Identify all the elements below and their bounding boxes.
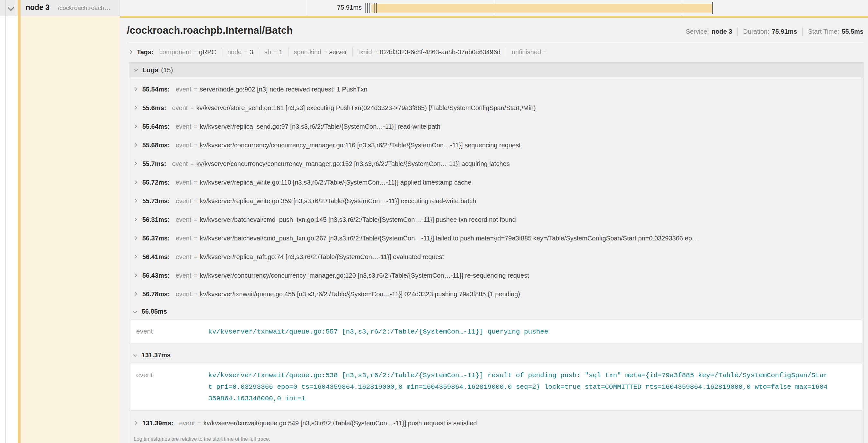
logs-header[interactable]: Logs (15) (129, 63, 863, 77)
log-entry-expanded-header[interactable]: 56.85ms (129, 303, 863, 319)
log-entry-expanded: 131.37ms event kv/kvserver/txnwait/queue… (129, 347, 863, 411)
expand-chevron-icon[interactable] (133, 254, 137, 259)
span-duration-bar[interactable] (371, 4, 712, 12)
tag-key: sb (265, 48, 271, 56)
log-entry-row[interactable]: 131.39ms: event = kv/kvserver/txnwait/qu… (129, 414, 863, 433)
log-field-name: event (176, 253, 191, 261)
log-timestamp: 55.68ms: (142, 142, 170, 149)
equals-sign: = (323, 49, 327, 56)
log-entry-row[interactable]: 55.68ms: event = kv/kvserver/concurrency… (129, 136, 863, 155)
expand-chevron-icon[interactable] (133, 236, 137, 240)
log-marker-tick (365, 3, 366, 13)
tags-row[interactable]: Tags: component = gRPC node = 3 sb = 1 s… (127, 42, 864, 61)
log-field-name: event (176, 123, 191, 130)
log-entry-row[interactable]: 55.72ms: event = kv/kvserver/replica_wri… (129, 173, 863, 192)
tag-separator (352, 47, 353, 57)
log-entry-row[interactable]: 55.54ms: event = server/node.go:902 [n3]… (129, 80, 863, 99)
log-entry-row[interactable]: 56.41ms: event = kv/kvserver/replica_raf… (129, 247, 863, 266)
trace-detail-view: node 3 /cockroach.roach… 75.91ms /cockro… (0, 0, 868, 443)
log-field-name: event (136, 370, 208, 405)
equals-sign: = (194, 179, 197, 186)
expand-chevron-icon[interactable] (133, 217, 137, 222)
tag-key: node (227, 48, 242, 56)
equals-sign: = (193, 49, 197, 56)
logs-collapse-chevron-icon[interactable] (134, 67, 138, 72)
tags-list: component = gRPC node = 3 sb = 1 span.ki… (159, 47, 549, 57)
expand-chevron-icon[interactable] (133, 143, 137, 147)
tag-value: 024d3323-6c8f-4863-aa8b-37ab0e63496d (380, 48, 500, 56)
logs-title: Logs (142, 66, 158, 74)
log-entry-row[interactable]: 55.64ms: event = kv/kvserver/replica_sen… (129, 117, 863, 136)
equals-sign: = (273, 49, 277, 56)
tag-item: node = 3 (227, 48, 253, 56)
start-time-label: Start Time: (808, 28, 839, 35)
log-marker-tick (369, 3, 370, 13)
expand-chevron-icon[interactable] (133, 421, 137, 425)
expand-chevron-icon[interactable] (133, 87, 137, 91)
tag-value: 3 (250, 48, 253, 56)
log-entry-row[interactable]: 56.37ms: event = kv/kvserver/batcheval/c… (129, 229, 863, 247)
log-timestamp: 55.54ms: (142, 86, 170, 93)
log-field-value: kv/kvserver/replica_send.go:97 [n3,s3,r6… (200, 123, 440, 130)
metrics-separator (737, 28, 738, 36)
log-entry-row[interactable]: 56.78ms: event = kv/kvserver/txnwait/que… (129, 285, 863, 303)
span-operation-title: /cockroach.roachpb.Internal/Batch (127, 25, 293, 36)
logs-count: (15) (161, 66, 173, 74)
equals-sign: = (194, 86, 197, 93)
expand-chevron-icon[interactable] (133, 162, 137, 166)
equals-sign: = (194, 123, 197, 130)
start-time-value: 55.5ms (842, 28, 864, 35)
equals-sign: = (194, 198, 197, 204)
span-name-column[interactable] (0, 16, 120, 443)
equals-sign: = (190, 161, 194, 167)
log-timestamp: 55.72ms: (142, 179, 170, 186)
expand-chevron-icon[interactable] (133, 124, 137, 128)
tag-key: component (159, 48, 191, 56)
log-field-value: kv/kvserver/txnwait/queue.go:538 [n3,s3,… (208, 370, 828, 405)
tag-item: unfinished = (512, 48, 549, 56)
equals-sign: = (194, 216, 197, 223)
collapse-children-chevron-icon[interactable] (8, 4, 14, 11)
log-field-value: kv/kvserver/batcheval/cmd_push_txn.go:26… (200, 235, 699, 242)
log-entry-expanded-header[interactable]: 131.37ms (129, 347, 863, 363)
equals-sign: = (543, 49, 547, 56)
metrics-separator (802, 28, 803, 36)
log-entry-row[interactable]: 55.73ms: event = kv/kvserver/replica_wri… (129, 192, 863, 210)
expand-chevron-icon[interactable] (133, 180, 137, 184)
log-entry-row[interactable]: 56.43ms: event = kv/kvserver/concurrency… (129, 266, 863, 285)
log-field-name: event (179, 419, 195, 427)
log-marker-tick (376, 3, 377, 13)
span-timeline[interactable]: 75.91ms (120, 0, 868, 16)
equals-sign: = (194, 272, 197, 279)
tag-separator (506, 47, 506, 57)
log-entry-row[interactable]: 56.31ms: event = kv/kvserver/batcheval/c… (129, 210, 863, 229)
log-detail-card: event kv/kvserver/txnwait/queue.go:557 [… (130, 320, 862, 344)
tags-expand-chevron-icon[interactable] (128, 50, 132, 54)
tag-key: txnid (358, 48, 372, 56)
tags-label: Tags: (137, 48, 154, 56)
collapse-chevron-icon[interactable] (133, 309, 137, 313)
log-timestamp: 55.6ms: (142, 104, 166, 112)
log-marker-tick (367, 3, 368, 13)
log-timestamp: 56.31ms: (142, 216, 170, 224)
tag-value: server (329, 48, 347, 56)
collapse-chevron-icon[interactable] (133, 353, 137, 357)
log-timestamp: 55.73ms: (142, 197, 170, 205)
span-duration-label: 75.91ms (328, 4, 362, 11)
expand-chevron-icon[interactable] (133, 292, 137, 296)
log-entry-row[interactable]: 55.7ms: event = kv/kvserver/concurrency/… (129, 155, 863, 173)
expand-chevron-icon[interactable] (133, 273, 137, 277)
service-label: Service: (686, 28, 709, 35)
logs-section: Logs (15) 55.54ms: event = server/node.g… (129, 62, 864, 443)
expand-chevron-icon[interactable] (133, 199, 137, 203)
service-value: node 3 (712, 28, 732, 35)
log-marker-end-tick (712, 2, 713, 14)
span-row[interactable]: node 3 /cockroach.roach… 75.91ms (0, 0, 868, 16)
log-field-name: event (176, 291, 191, 298)
span-name-cell[interactable]: node 3 /cockroach.roach… (0, 0, 120, 16)
equals-sign: = (190, 105, 194, 111)
expand-chevron-icon[interactable] (133, 106, 137, 110)
log-entry-row[interactable]: 55.6ms: event = kv/kvserver/store_send.g… (129, 99, 863, 117)
log-field-name: event (176, 235, 191, 242)
tag-key: unfinished (512, 48, 541, 56)
